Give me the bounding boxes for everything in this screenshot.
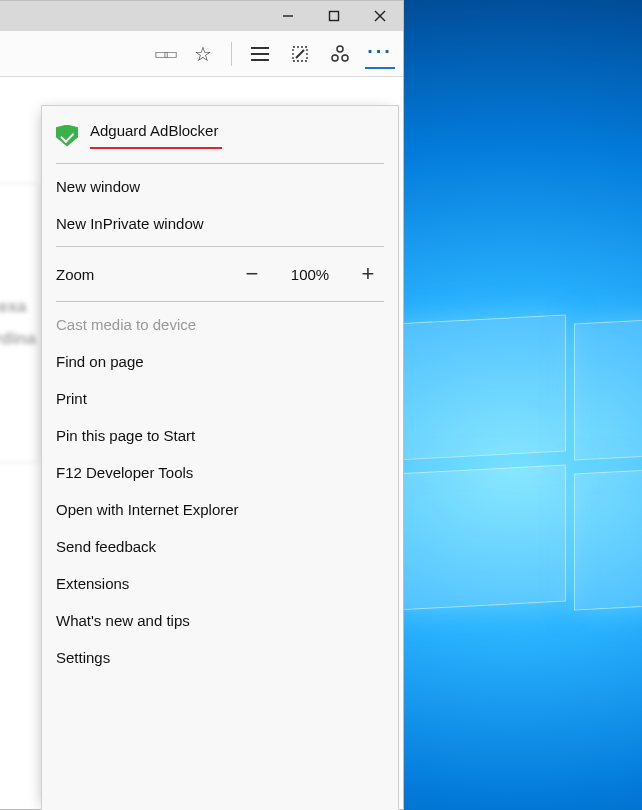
menu-label: Cast media to device [56, 316, 196, 333]
menu-item-print[interactable]: Print [42, 380, 398, 417]
menu-separator [56, 301, 384, 302]
wallpaper-pane [395, 316, 565, 460]
window-caption-bar [0, 1, 403, 31]
menu-item-new-window[interactable]: New window [42, 168, 398, 205]
menu-label: Send feedback [56, 538, 156, 555]
menu-label: New window [56, 178, 140, 195]
menu-item-open-ie[interactable]: Open with Internet Explorer [42, 491, 398, 528]
hub-lines-icon[interactable] [245, 39, 275, 69]
menu-item-feedback[interactable]: Send feedback [42, 528, 398, 565]
favorites-star-icon[interactable] [188, 39, 218, 69]
extension-title: Adguard AdBlocker [90, 122, 222, 149]
web-note-icon[interactable] [285, 39, 315, 69]
toolbar-divider [231, 42, 232, 66]
minimize-button[interactable] [265, 1, 311, 31]
menu-item-settings[interactable]: Settings [42, 639, 398, 676]
menu-item-extensions[interactable]: Extensions [42, 565, 398, 602]
svg-point-6 [337, 46, 343, 52]
menu-label: Pin this page to Start [56, 427, 195, 444]
menu-item-pin[interactable]: Pin this page to Start [42, 417, 398, 454]
close-icon [374, 10, 386, 22]
menu-label: Extensions [56, 575, 129, 592]
menu-label: New InPrivate window [56, 215, 204, 232]
shield-check-icon [56, 125, 78, 147]
menu-item-f12[interactable]: F12 Developer Tools [42, 454, 398, 491]
lines-icon [251, 47, 269, 61]
maximize-button[interactable] [311, 1, 357, 31]
zoom-value: 100% [280, 266, 340, 283]
menu-item-find[interactable]: Find on page [42, 343, 398, 380]
wallpaper-pane [575, 466, 642, 610]
menu-label: Open with Internet Explorer [56, 501, 239, 518]
menu-separator [56, 246, 384, 247]
more-dots-icon[interactable] [365, 39, 395, 69]
menu-label: Settings [56, 649, 110, 666]
zoom-out-button[interactable]: − [236, 261, 268, 287]
settings-and-more-menu: Adguard AdBlocker New window New InPriva… [41, 105, 399, 810]
menu-label: Find on page [56, 353, 144, 370]
svg-point-7 [332, 55, 338, 61]
close-button[interactable] [357, 1, 403, 31]
menu-separator [56, 163, 384, 164]
menu-label: F12 Developer Tools [56, 464, 193, 481]
menu-label: Print [56, 390, 87, 407]
menu-label: What's new and tips [56, 612, 190, 629]
zoom-in-button[interactable]: + [352, 261, 384, 287]
blurred-page-content: e exa ordina [0, 183, 39, 463]
share-circles-icon [330, 44, 350, 64]
zoom-label: Zoom [56, 266, 224, 283]
minimize-icon [282, 10, 294, 22]
svg-line-5 [296, 50, 304, 58]
browser-toolbar [0, 31, 403, 77]
menu-item-zoom: Zoom − 100% + [42, 251, 398, 297]
wallpaper-pane [575, 316, 642, 460]
edge-browser-window: e exa ordina Adguard AdBlocker New windo… [0, 0, 404, 810]
maximize-icon [328, 10, 340, 22]
wallpaper-pane [395, 466, 565, 610]
pen-icon [290, 44, 310, 64]
menu-item-whats-new[interactable]: What's new and tips [42, 602, 398, 639]
svg-rect-1 [330, 12, 339, 21]
share-icon[interactable] [325, 39, 355, 69]
menu-item-new-inprivate[interactable]: New InPrivate window [42, 205, 398, 242]
svg-point-8 [342, 55, 348, 61]
menu-item-adguard[interactable]: Adguard AdBlocker [42, 112, 398, 159]
reading-view-icon[interactable] [148, 39, 178, 69]
menu-item-cast: Cast media to device [42, 306, 398, 343]
